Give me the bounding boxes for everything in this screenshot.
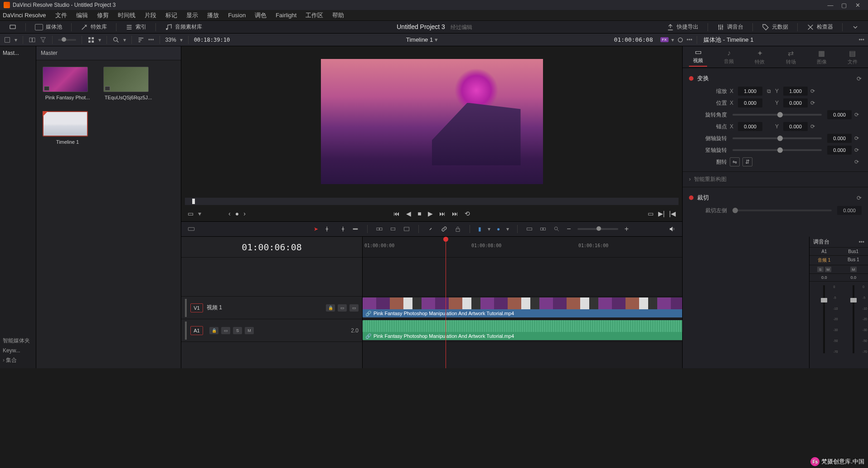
insert-tool[interactable] [376,225,383,233]
playhead[interactable] [446,237,446,368]
zoom-in-button[interactable]: + [625,225,629,233]
viewer-more-button[interactable]: ••• [687,37,693,43]
layout-button[interactable] [4,36,11,44]
bypass-chevron-icon[interactable]: ▾ [671,37,674,43]
fader[interactable] [823,285,825,353]
search-button[interactable] [112,36,120,44]
track-header-v1[interactable]: V1 视频 1 🔒 ▭ ▭ [181,297,362,319]
reset-icon[interactable]: ⟳ [810,100,818,106]
smart-reframe-section[interactable]: › 智能重新构图 [683,171,868,187]
inspector-tab-transition[interactable]: ⇄转场 [776,46,806,68]
reset-icon[interactable]: ⟳ [857,75,862,82]
crop-input[interactable]: 0.000 [837,206,862,215]
fader-cap[interactable] [821,298,827,302]
menu-color[interactable]: 调色 [251,10,271,20]
track-id[interactable]: V1 [190,303,203,312]
opacity-slider[interactable] [58,39,76,41]
prev-frame-button[interactable]: ◀ [406,210,411,217]
link-tool[interactable] [441,225,448,233]
breadcrumb[interactable]: Master [36,46,181,60]
reset-icon[interactable]: ⟳ [810,123,818,130]
viewer-zoom[interactable]: 33% [165,37,176,43]
thumbnail-view-button[interactable] [87,36,95,44]
inspector-tab-audio[interactable]: ♪音频 [713,46,744,68]
minimize-button[interactable]: — [824,2,837,9]
keyboard-icon[interactable] [188,225,195,233]
first-frame-button[interactable]: ⏮ [393,210,400,217]
index-toggle[interactable]: 索引 [121,22,151,32]
step-forward-button[interactable]: ▶| [658,210,665,217]
menu-help[interactable]: 帮助 [328,10,348,20]
metadata-toggle[interactable]: 元数据 [757,22,793,32]
clip-thumb-0[interactable]: Pink Fantasy Phot... [43,67,92,100]
menu-playback[interactable]: 播放 [203,10,223,20]
trim-in-tool[interactable] [325,225,332,233]
viewer-scrub[interactable] [185,198,679,205]
solo-button[interactable]: S [817,267,824,272]
reset-icon[interactable]: ⟳ [854,159,862,165]
menu-brand[interactable]: DaVinci Resolve [3,12,46,19]
enable-dot-icon[interactable] [689,195,693,200]
link-icon[interactable]: ⧉ [765,88,772,94]
marker-tool[interactable]: ● [497,226,500,232]
prev-marker-button[interactable]: ‹ [228,210,231,217]
menu-fairlight[interactable]: Fairlight [272,11,301,20]
mixer-toggle[interactable]: 调音台 [713,22,748,32]
audio-clip[interactable]: 🔗Pink Fantasy Photoshop Manipulation And… [363,320,682,340]
expand-button[interactable] [847,22,863,32]
match-frame-button[interactable]: ▭ [648,210,654,217]
loop-icon[interactable] [677,36,684,44]
effects-toggle[interactable]: 特效库 [76,22,112,32]
video-clip[interactable]: 🔗Pink Fantasy Photoshop Manipulation And… [363,297,682,317]
reset-icon[interactable]: ⟳ [854,135,862,141]
loop-button[interactable]: ⟲ [465,210,470,217]
rotation-input[interactable]: 0.000 [827,110,852,119]
menu-fusion[interactable]: Fusion [224,11,250,20]
zoom-all-button[interactable] [553,225,560,233]
flip-v-button[interactable]: ⇵ [742,157,752,166]
close-button[interactable]: ✕ [851,2,864,9]
mute-button[interactable]: M [850,267,857,272]
zoom-x-input[interactable]: 1.000 [738,87,762,96]
anchor-y-input[interactable]: 0.000 [783,122,808,131]
menu-file[interactable]: 文件 [51,10,71,20]
enable-dot-icon[interactable] [689,76,693,81]
reset-icon[interactable]: ⟳ [810,88,818,94]
crop-chevron-icon[interactable]: ▾ [198,210,201,217]
reset-icon[interactable]: ⟳ [854,112,862,118]
pos-y-input[interactable]: 0.000 [783,98,808,107]
track-v1[interactable]: 🔗Pink Fantasy Photoshop Manipulation And… [363,297,682,319]
track-lock-button[interactable]: 🔒 [326,304,335,312]
sort-button[interactable] [137,36,145,44]
fader[interactable] [853,285,854,353]
unlink-tool[interactable] [427,225,434,233]
inspector-toggle[interactable]: 检查器 [802,22,838,32]
mediapool-toggle[interactable]: 媒体池 [30,22,67,32]
maximize-button[interactable]: ▢ [837,2,851,9]
inspector-tab-video[interactable]: ▭视频 [683,46,713,68]
clip-thumb-timeline[interactable]: Timeline 1 [43,111,92,145]
track-mute-button[interactable]: M [245,327,254,334]
yaw-slider[interactable] [732,149,822,151]
inspector-tab-file[interactable]: ▤文件 [837,46,868,68]
view-chevron-icon[interactable]: ▾ [98,37,101,43]
bypass-button[interactable]: FX [660,37,669,42]
menu-trim[interactable]: 修剪 [93,10,113,20]
bin-master[interactable]: Mast... [0,46,36,333]
crop-icon[interactable]: ▭ [188,210,194,217]
anchor-x-input[interactable]: 0.000 [738,122,762,131]
quickexport-button[interactable]: 快捷导出 [662,22,703,32]
layout-chevron-icon[interactable]: ▾ [15,37,17,43]
inspector-tab-image[interactable]: ▦图像 [806,46,837,68]
zoom-fit-button[interactable] [539,225,547,233]
monitor-icon[interactable] [5,22,21,32]
track-id[interactable]: A1 [190,326,203,335]
play-button[interactable]: ▶ [428,210,433,217]
menu-clip[interactable]: 片段 [141,10,160,20]
marker-chevron-icon[interactable]: ▾ [506,226,509,232]
zoom-slider[interactable] [577,228,618,230]
zoom-out-button[interactable]: − [567,225,571,233]
clip-thumb-1[interactable]: TEquUsQSj6Rqz5J... [103,67,153,100]
track-lock-button[interactable]: 🔒 [209,327,218,334]
track-header-a1[interactable]: A1 🔒 ▭ S M 2.0 [181,319,362,342]
